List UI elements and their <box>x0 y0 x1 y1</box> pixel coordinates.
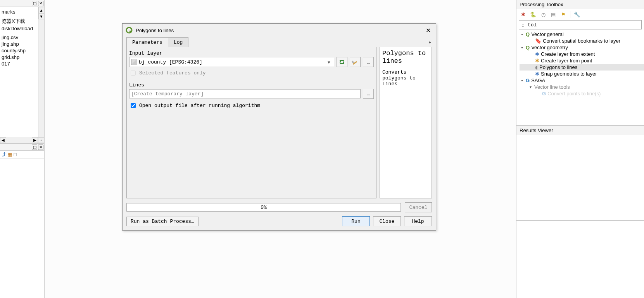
python-icon[interactable]: 🐍 <box>530 11 537 18</box>
help-description: Converts polygons to lines <box>382 69 429 87</box>
panel-controls-2: ▢ ✕ <box>0 144 44 151</box>
tree-item-snap-geometries[interactable]: ✱Snap geometries to layer <box>520 71 644 77</box>
tree-item-convert-points-lines[interactable]: GConvert points to line(s) <box>520 90 644 97</box>
parameters-pane: Input layer bj_county [EPSG:4326] ▾ <box>126 47 376 198</box>
tree-group-saga[interactable]: ▾GSAGA <box>520 77 644 84</box>
browser-tree-item[interactable]: grid.shp <box>0 54 44 60</box>
tree-item-convert-bookmarks[interactable]: 🔖Convert spatial bookmarks to layer <box>520 38 644 44</box>
horizontal-scrollbar[interactable]: ◀▶◦ <box>0 137 44 143</box>
search-icon: ⌕ <box>521 22 525 28</box>
layer-tool-icon-3[interactable]: □ <box>14 152 17 157</box>
input-layer-value: bj_county [EPSG:4326] <box>139 59 325 65</box>
help-pane: Polygons to lines Converts polygons to l… <box>380 47 432 198</box>
svg-rect-3 <box>352 60 354 63</box>
dialog-title: Polygons to lines <box>136 28 423 33</box>
gear-icon: ✱ <box>535 71 539 77</box>
panel-controls: ▢ ✕ <box>0 0 44 7</box>
browser-tree-item[interactable]: marks <box>0 9 44 15</box>
right-sidebar: Processing Toolbox ✱ 🐍 ◷ ▤ ⚑ 🔧 ⌕ ▾QVecto… <box>516 0 644 298</box>
run-button[interactable]: Run <box>342 216 370 226</box>
open-output-input[interactable] <box>131 103 136 108</box>
browser-tree[interactable]: marks览器X下载diskDownloadjing.csvjing.shpco… <box>0 7 44 67</box>
tree-item-polygons-to-lines[interactable]: ◖Polygons to lines <box>520 64 644 71</box>
close-button[interactable]: Close <box>373 216 401 226</box>
selected-features-input <box>131 71 136 76</box>
layer-tool-icon-2[interactable]: ▦ <box>7 152 12 157</box>
progress-bar: 0% <box>126 203 401 212</box>
input-layer-combo[interactable]: bj_county [EPSG:4326] ▾ <box>129 57 334 67</box>
dialog-tabs: Parameters Log <box>126 37 188 47</box>
gear-icon[interactable]: ✱ <box>520 11 527 18</box>
toolbox-title: Processing Toolbox <box>516 0 644 9</box>
input-options-button[interactable]: … <box>363 57 374 67</box>
browser-tree-item[interactable]: 览器X下载 <box>0 17 44 25</box>
qgis-icon <box>126 27 133 34</box>
results-title: Results Viewer <box>516 126 644 135</box>
layers-toolbar: ⇵ ▦ □ <box>0 151 44 158</box>
polygon-icon <box>131 59 137 65</box>
panel-undock-button[interactable]: ▢ <box>32 1 37 6</box>
lines-output-label: Lines <box>129 82 374 88</box>
input-layer-label: Input layer <box>129 50 374 56</box>
bottom-pane[interactable] <box>516 220 644 298</box>
tree-item-create-layer-point[interactable]: ✱Create layer from point <box>520 57 644 64</box>
iterate-button[interactable] <box>337 57 347 67</box>
history-icon[interactable]: ◷ <box>540 11 547 18</box>
tree-group-vector-general[interactable]: ▾QVector general <box>520 31 644 38</box>
results-icon[interactable]: ▤ <box>550 11 557 18</box>
toolbox-search[interactable]: ⌕ <box>519 20 642 29</box>
gear-icon: ✱ <box>535 51 539 57</box>
help-button[interactable]: Help <box>404 216 432 226</box>
output-options-button[interactable]: … <box>363 89 374 99</box>
open-output-checkbox[interactable]: Open output file after running algorithm <box>129 102 374 109</box>
vertical-scrollbar[interactable]: ▲▼ <box>38 7 44 137</box>
browser-panel: ▢ ✕ marks览器X下载diskDownloadjing.csvjing.s… <box>0 0 44 143</box>
help-heading: Polygons to lines <box>382 50 429 65</box>
saga-icon: G <box>542 91 546 96</box>
browser-tree-item[interactable]: jing.csv <box>0 34 44 41</box>
algorithm-dialog: Polygons to lines ✕ Parameters Log ▸ Inp… <box>122 23 436 231</box>
tab-parameters[interactable]: Parameters <box>126 37 168 47</box>
help-collapse-icon[interactable]: ▸ <box>429 40 432 44</box>
left-sidebar: ▢ ✕ marks览器X下载diskDownloadjing.csvjing.s… <box>0 0 45 298</box>
results-viewer-panel: Results Viewer <box>516 125 644 220</box>
separator <box>570 11 570 18</box>
toolbox-tree[interactable]: ▾QVector general 🔖Convert spatial bookma… <box>516 30 644 125</box>
toolbox-toolbar: ✱ 🐍 ◷ ▤ ⚑ 🔧 <box>516 9 644 19</box>
dropdown-icon: ▾ <box>325 59 332 65</box>
panel-undock-button-2[interactable]: ▢ <box>32 145 37 150</box>
tab-log[interactable]: Log <box>168 37 188 47</box>
saga-icon: G <box>526 78 530 83</box>
browser-tree-item[interactable]: county.shp <box>0 47 44 54</box>
panel-close-button[interactable]: ✕ <box>38 1 43 6</box>
map-canvas[interactable]: Polygons to lines ✕ Parameters Log ▸ Inp… <box>45 0 516 298</box>
layers-panel: ▢ ✕ ⇵ ▦ □ <box>0 143 44 298</box>
bookmark-icon: 🔖 <box>535 38 541 44</box>
eraser-icon: ◖ <box>535 64 538 70</box>
tree-item-create-layer-extent[interactable]: ✱Create layer from extent <box>520 51 644 57</box>
lines-output-input[interactable] <box>129 89 361 98</box>
tree-group-vector-line-tools[interactable]: ▾Vector line tools <box>520 84 644 90</box>
browser-tree-item[interactable]: 017 <box>0 60 44 67</box>
panel-close-button-2[interactable]: ✕ <box>38 145 43 150</box>
results-body[interactable] <box>516 135 644 220</box>
layer-tool-icon[interactable]: ⇵ <box>2 152 6 157</box>
browser-tree-item[interactable]: jing.shp <box>0 41 44 47</box>
search-input[interactable] <box>527 22 639 28</box>
run-batch-button[interactable]: Run as Batch Process… <box>126 217 199 226</box>
model-icon[interactable]: ⚑ <box>560 11 567 18</box>
gear-icon: ✱ <box>535 58 539 64</box>
svg-rect-1 <box>129 31 131 33</box>
cancel-button: Cancel <box>405 202 432 212</box>
dialog-titlebar[interactable]: Polygons to lines ✕ <box>123 24 436 37</box>
selected-features-checkbox[interactable]: Selected features only <box>129 69 374 77</box>
tree-group-vector-geometry[interactable]: ▾QVector geometry <box>520 44 644 51</box>
options-icon[interactable]: 🔧 <box>573 11 580 18</box>
browser-tree-item[interactable]: diskDownload <box>0 25 44 32</box>
advanced-options-button[interactable] <box>350 57 361 67</box>
dialog-close-button[interactable]: ✕ <box>423 26 433 35</box>
layers-list[interactable] <box>0 158 44 298</box>
